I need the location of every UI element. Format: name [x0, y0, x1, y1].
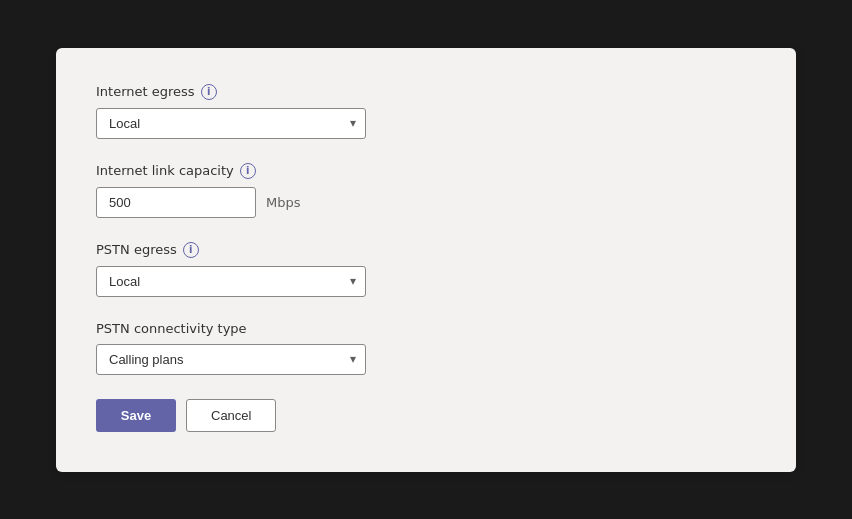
pstn-egress-select[interactable]: Local Remote	[96, 266, 366, 297]
pstn-connectivity-label-text: PSTN connectivity type	[96, 321, 247, 336]
internet-link-capacity-input-group: Mbps	[96, 187, 756, 218]
internet-link-capacity-info-icon[interactable]: i	[240, 163, 256, 179]
pstn-connectivity-select[interactable]: Calling plans Direct routing	[96, 344, 366, 375]
pstn-egress-label: PSTN egress i	[96, 242, 756, 258]
internet-link-capacity-unit: Mbps	[266, 195, 301, 210]
internet-link-capacity-label-text: Internet link capacity	[96, 163, 234, 178]
pstn-egress-info-icon[interactable]: i	[183, 242, 199, 258]
internet-egress-select-wrapper: Local Remote ▾	[96, 108, 366, 139]
pstn-connectivity-select-wrapper: Calling plans Direct routing ▾	[96, 344, 366, 375]
pstn-connectivity-group: PSTN connectivity type Calling plans Dir…	[96, 321, 756, 375]
internet-egress-info-icon[interactable]: i	[201, 84, 217, 100]
pstn-egress-label-text: PSTN egress	[96, 242, 177, 257]
pstn-connectivity-label: PSTN connectivity type	[96, 321, 756, 336]
button-row: Save Cancel	[96, 399, 756, 432]
cancel-button[interactable]: Cancel	[186, 399, 276, 432]
internet-link-capacity-group: Internet link capacity i Mbps	[96, 163, 756, 218]
internet-link-capacity-label: Internet link capacity i	[96, 163, 756, 179]
settings-card: Internet egress i Local Remote ▾ Interne…	[56, 48, 796, 472]
internet-egress-label: Internet egress i	[96, 84, 756, 100]
internet-egress-group: Internet egress i Local Remote ▾	[96, 84, 756, 139]
internet-egress-label-text: Internet egress	[96, 84, 195, 99]
internet-egress-select[interactable]: Local Remote	[96, 108, 366, 139]
pstn-egress-select-wrapper: Local Remote ▾	[96, 266, 366, 297]
pstn-egress-group: PSTN egress i Local Remote ▾	[96, 242, 756, 297]
internet-link-capacity-input[interactable]	[96, 187, 256, 218]
save-button[interactable]: Save	[96, 399, 176, 432]
